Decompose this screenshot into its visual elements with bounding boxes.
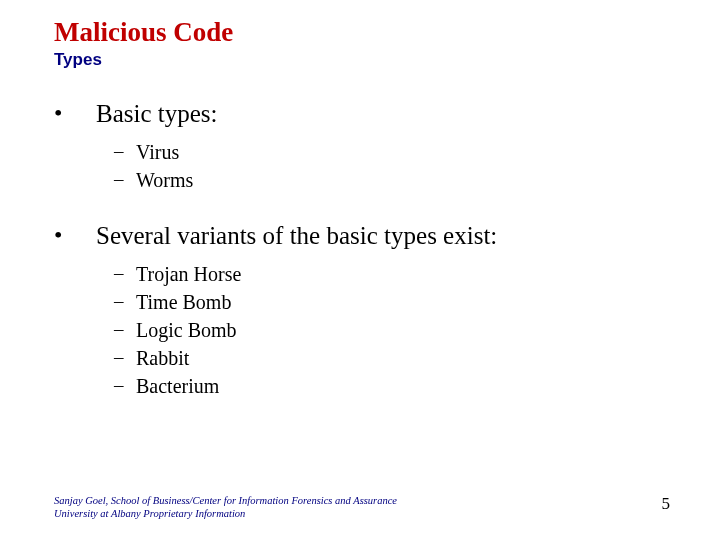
sub-item-text: Trojan Horse: [136, 260, 241, 288]
dash-marker: –: [114, 372, 136, 400]
dash-marker: –: [114, 316, 136, 344]
bullet-level1: • Several variants of the basic types ex…: [54, 222, 720, 250]
bullet-text: Basic types:: [96, 100, 218, 128]
sub-item-text: Virus: [136, 138, 179, 166]
sub-item-text: Worms: [136, 166, 193, 194]
slide-subtitle: Types: [54, 50, 720, 70]
dash-marker: –: [114, 166, 136, 194]
dash-marker: –: [114, 260, 136, 288]
page-number: 5: [662, 494, 671, 514]
bullet-level2: – Logic Bomb: [54, 316, 720, 344]
sub-item-text: Bacterium: [136, 372, 219, 400]
sub-item-text: Time Bomb: [136, 288, 231, 316]
footer-line1: Sanjay Goel, School of Business/Center f…: [54, 494, 690, 507]
slide-title: Malicious Code: [54, 18, 720, 48]
dash-marker: –: [114, 344, 136, 372]
slide-body: • Basic types: – Virus – Worms • Several…: [54, 100, 720, 400]
bullet-level2: – Rabbit: [54, 344, 720, 372]
dash-marker: –: [114, 138, 136, 166]
sub-item-text: Rabbit: [136, 344, 189, 372]
bullet-level2: – Worms: [54, 166, 720, 194]
sub-list: – Trojan Horse – Time Bomb – Logic Bomb …: [54, 260, 720, 400]
bullet-marker: •: [54, 222, 96, 250]
bullet-level2: – Time Bomb: [54, 288, 720, 316]
sub-list: – Virus – Worms: [54, 138, 720, 194]
footer-line2: University at Albany Proprietary Informa…: [54, 507, 690, 520]
bullet-marker: •: [54, 100, 96, 128]
bullet-level2: – Virus: [54, 138, 720, 166]
bullet-level2: – Trojan Horse: [54, 260, 720, 288]
dash-marker: –: [114, 288, 136, 316]
bullet-level2: – Bacterium: [54, 372, 720, 400]
sub-item-text: Logic Bomb: [136, 316, 237, 344]
slide-footer: Sanjay Goel, School of Business/Center f…: [54, 494, 690, 520]
bullet-level1: • Basic types:: [54, 100, 720, 128]
bullet-text: Several variants of the basic types exis…: [96, 222, 497, 250]
